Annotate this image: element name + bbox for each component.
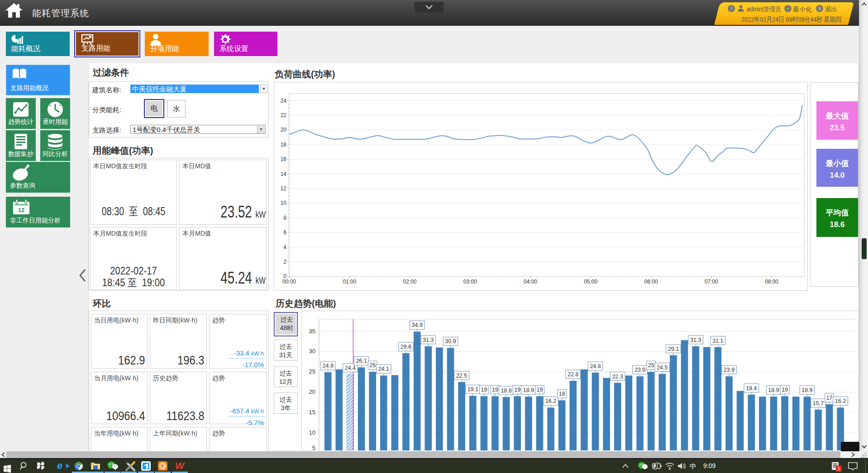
svg-text:02:00: 02:00 <box>403 279 416 285</box>
svg-text:29.1: 29.1 <box>668 346 679 352</box>
svg-text:31.1: 31.1 <box>712 338 723 344</box>
svg-text:24.5: 24.5 <box>657 364 668 371</box>
svg-text:19.1: 19.1 <box>467 386 478 393</box>
svg-text:16.2: 16.2 <box>545 398 556 404</box>
svg-text:04:00: 04:00 <box>524 279 537 285</box>
svg-text:17: 17 <box>826 395 833 401</box>
svg-text:19: 19 <box>782 387 788 393</box>
svg-text:22: 22 <box>281 112 287 118</box>
svg-text:24: 24 <box>281 98 287 104</box>
svg-text:15: 15 <box>309 409 315 416</box>
svg-text:00:00: 00:00 <box>282 279 296 285</box>
svg-text:34.9: 34.9 <box>412 322 423 328</box>
svg-text:25: 25 <box>648 362 654 369</box>
svg-text:30.9: 30.9 <box>445 338 456 345</box>
svg-text:16.2: 16.2 <box>835 398 846 404</box>
svg-text:20: 20 <box>309 388 315 395</box>
svg-text:4: 4 <box>283 244 286 251</box>
svg-text:19: 19 <box>492 387 498 393</box>
svg-text:25: 25 <box>369 362 376 369</box>
svg-text:01:00: 01:00 <box>343 279 356 285</box>
svg-text:10: 10 <box>281 200 287 206</box>
svg-text:18.9: 18.9 <box>523 387 534 393</box>
svg-text:03:00: 03:00 <box>463 279 477 285</box>
svg-text:31.3: 31.3 <box>690 337 701 343</box>
svg-text:26.1: 26.1 <box>356 358 367 364</box>
svg-text:18: 18 <box>559 391 565 397</box>
svg-text:06:00: 06:00 <box>644 279 658 285</box>
svg-text:19.4: 19.4 <box>746 385 757 392</box>
svg-text:08:00: 08:00 <box>765 279 778 285</box>
svg-text:31.3: 31.3 <box>423 337 434 343</box>
svg-text:12: 12 <box>281 185 287 192</box>
svg-text:14: 14 <box>281 171 287 177</box>
svg-text:2: 2 <box>283 259 286 265</box>
svg-text:23.9: 23.9 <box>724 367 734 373</box>
svg-text:18: 18 <box>281 142 287 148</box>
svg-text:07:00: 07:00 <box>705 279 718 285</box>
svg-text:18.9: 18.9 <box>768 387 779 393</box>
svg-text:1: 1 <box>838 466 840 471</box>
svg-text:19: 19 <box>481 387 487 393</box>
svg-text:18.8: 18.8 <box>501 388 511 394</box>
svg-text:24.8: 24.8 <box>590 363 601 369</box>
svg-text:22.3: 22.3 <box>612 374 623 380</box>
svg-text:15.7: 15.7 <box>813 400 824 407</box>
svg-text:8: 8 <box>283 215 286 221</box>
svg-text:29.6: 29.6 <box>401 344 411 350</box>
svg-text:25: 25 <box>309 368 315 375</box>
svg-text:19: 19 <box>514 387 520 393</box>
svg-text:05:00: 05:00 <box>584 279 597 285</box>
svg-text:19: 19 <box>537 387 543 393</box>
svg-text:10: 10 <box>309 429 315 436</box>
svg-text:12: 12 <box>18 207 24 213</box>
svg-text:6: 6 <box>283 229 286 236</box>
svg-text:24.4: 24.4 <box>345 365 356 371</box>
svg-text:18.9: 18.9 <box>801 387 812 393</box>
svg-text:24.1: 24.1 <box>378 366 389 372</box>
svg-text:24.9: 24.9 <box>323 363 334 369</box>
svg-text:35: 35 <box>309 328 315 335</box>
svg-text:30: 30 <box>309 348 315 355</box>
svg-text:22.8: 22.8 <box>568 371 578 378</box>
svg-text:5: 5 <box>312 445 315 450</box>
svg-text:22.5: 22.5 <box>456 373 467 379</box>
svg-text:16: 16 <box>281 156 287 162</box>
svg-text:20: 20 <box>281 127 287 133</box>
svg-text:23.9: 23.9 <box>634 367 645 373</box>
